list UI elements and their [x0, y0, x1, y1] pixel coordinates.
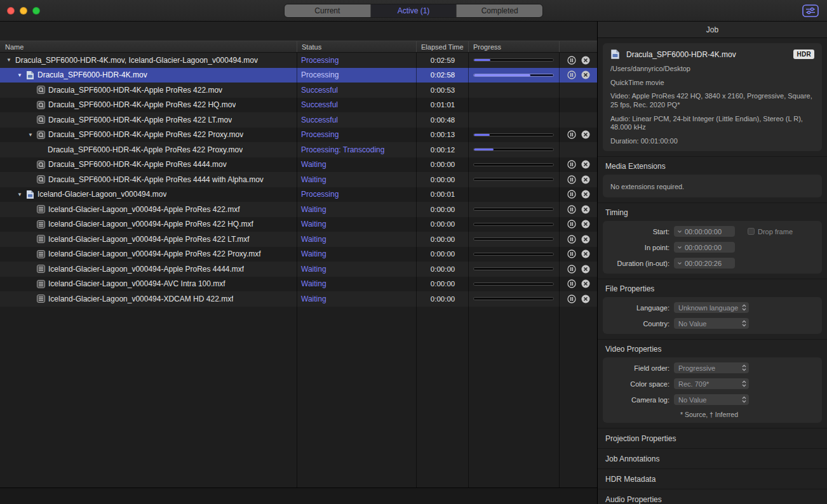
progress-bar: [473, 208, 554, 211]
table-row[interactable]: ▼Dracula_SPF6000-HDR-4K.movProcessing0:0…: [0, 68, 597, 83]
progress-bar: [473, 253, 554, 256]
tab-current[interactable]: Current: [285, 4, 371, 17]
table-row[interactable]: Dracula_SPF6000-HDR-4K-Apple ProRes 422 …: [0, 112, 597, 128]
pause-button[interactable]: [567, 205, 576, 214]
video-properties-header[interactable]: Video Properties: [598, 340, 827, 357]
pause-button[interactable]: [567, 265, 576, 274]
table-row[interactable]: Iceland-Glacier-Lagoon_v000494-Apple Pro…: [0, 202, 597, 217]
cancel-button[interactable]: [581, 249, 590, 258]
disclosure-triangle[interactable]: ▼: [27, 132, 37, 138]
column-header-progress[interactable]: Progress: [469, 41, 560, 52]
table-row[interactable]: Dracula_SPF6000-HDR-4K-Apple ProRes 422 …: [0, 98, 597, 113]
pause-button[interactable]: [567, 160, 576, 169]
status-label: Successful: [297, 98, 417, 113]
media-extensions-box: No extensions required.: [603, 175, 822, 197]
country-dropdown[interactable]: No Value: [674, 318, 749, 329]
camera-log-dropdown[interactable]: No Value: [674, 394, 749, 405]
table-row[interactable]: Dracula_SPF6000-HDR-4K-Apple ProRes 422 …: [0, 142, 597, 157]
cancel-button[interactable]: [581, 130, 590, 139]
pause-button[interactable]: [567, 235, 576, 244]
quicktime-output-icon: [37, 116, 48, 124]
cancel-button[interactable]: [581, 190, 590, 199]
table-row[interactable]: Dracula_SPF6000-HDR-4K-Apple ProRes 4444…: [0, 157, 597, 173]
progress-bar: [473, 267, 554, 270]
table-row[interactable]: Iceland-Glacier-Lagoon_v000494-Apple Pro…: [0, 217, 597, 232]
section-audio-properties[interactable]: Audio Properties: [598, 489, 827, 504]
zoom-button[interactable]: [32, 7, 40, 15]
pause-button[interactable]: [567, 295, 576, 303]
column-header-elapsed-time[interactable]: Elapsed Time: [417, 41, 469, 52]
mxf-output-icon: [37, 235, 48, 243]
file-name: Iceland-Glacier-Lagoon_v000494.mov: [37, 190, 166, 199]
drop-frame-checkbox[interactable]: [748, 228, 755, 235]
cancel-button[interactable]: [581, 160, 590, 169]
in-point-label: In point:: [603, 244, 674, 251]
cancel-button[interactable]: [581, 220, 590, 229]
pause-button[interactable]: [567, 220, 576, 229]
table-row[interactable]: Iceland-Glacier-Lagoon_v000494-Apple Pro…: [0, 262, 597, 277]
cancel-button[interactable]: [581, 265, 590, 274]
cancel-button[interactable]: [581, 235, 590, 244]
timing-header[interactable]: Timing: [598, 203, 827, 221]
table-row[interactable]: ▼Iceland-Glacier-Lagoon_v000494.movProce…: [0, 187, 597, 202]
table-row[interactable]: Iceland-Glacier-Lagoon_v000494-XDCAM HD …: [0, 291, 597, 307]
cancel-button[interactable]: [581, 205, 590, 214]
section-hdr-metadata[interactable]: HDR Metadata: [598, 468, 827, 489]
table-row[interactable]: ▼Dracula_SPF6000-HDR-4K-Apple ProRes 422…: [0, 128, 597, 143]
minimize-button[interactable]: [20, 7, 27, 15]
column-header-status[interactable]: Status: [297, 41, 417, 52]
table-row[interactable]: Iceland-Glacier-Lagoon_v000494-Apple Pro…: [0, 232, 597, 247]
country-value: No Value: [678, 320, 741, 328]
disclosure-triangle[interactable]: ▼: [16, 72, 26, 78]
pause-button[interactable]: [567, 70, 576, 79]
column-header-name[interactable]: Name: [0, 41, 297, 52]
media-extensions-header[interactable]: Media Extensions: [598, 157, 827, 175]
color-space-dropdown[interactable]: Rec. 709*: [674, 378, 749, 389]
inspector-title: Job: [598, 22, 827, 38]
camera-log-label: Camera log:: [603, 396, 674, 404]
table-row[interactable]: Dracula_SPF6000-HDR-4K-Apple ProRes 4444…: [0, 172, 597, 187]
mxf-output-icon: [37, 265, 48, 273]
file-name: Iceland-Glacier-Lagoon_v000494-Apple Pro…: [48, 265, 244, 274]
pause-button[interactable]: [567, 56, 576, 65]
progress-bar: [473, 178, 554, 181]
cancel-button[interactable]: [581, 295, 590, 303]
file-name: Iceland-Glacier-Lagoon_v000494-Apple Pro…: [48, 220, 253, 229]
elapsed-time: 0:00:00: [417, 262, 469, 277]
disclosure-triangle[interactable]: ▼: [16, 192, 26, 197]
cancel-button[interactable]: [581, 279, 590, 288]
elapsed-time: 0:00:53: [417, 83, 469, 98]
language-dropdown[interactable]: Unknown language: [674, 302, 749, 313]
elapsed-time: 0:00:00: [417, 277, 469, 292]
pause-button[interactable]: [567, 249, 576, 258]
section-projection-properties[interactable]: Projection Properties: [598, 428, 827, 448]
pause-button[interactable]: [567, 190, 576, 199]
progress-bar: [473, 282, 554, 286]
file-name: Iceland-Glacier-Lagoon_v000494-XDCAM HD …: [48, 295, 233, 303]
tab-active[interactable]: Active (1): [371, 4, 457, 17]
stepper-icon: [677, 230, 682, 234]
file-name: Dracula_SPF6000-HDR-4K-Apple ProRes 4444…: [48, 175, 264, 184]
pause-button[interactable]: [567, 130, 576, 139]
cancel-button[interactable]: [581, 56, 590, 65]
table-row[interactable]: Dracula_SPF6000-HDR-4K-Apple ProRes 422.…: [0, 83, 597, 98]
duration-timecode-field[interactable]: 00:00:20:26: [674, 258, 735, 269]
pause-button[interactable]: [567, 279, 576, 288]
in-point-timecode-field[interactable]: 00:00:00:00: [674, 242, 735, 253]
file-name: Dracula_SPF6000-HDR-4K-Apple ProRes 422 …: [48, 116, 232, 124]
disclosure-triangle[interactable]: ▼: [5, 57, 15, 63]
close-button[interactable]: [7, 7, 15, 15]
table-row[interactable]: ▼Dracula_SPF6000-HDR-4K.mov, Iceland-Gla…: [0, 53, 597, 68]
tab-completed[interactable]: Completed: [457, 4, 542, 17]
cancel-button[interactable]: [581, 175, 590, 184]
table-row[interactable]: Iceland-Glacier-Lagoon_v000494-AVC Intra…: [0, 277, 597, 292]
file-info-box: Dracula_SPF6000-HDR-4K.mov HDR /Users/da…: [603, 43, 822, 151]
table-row[interactable]: Iceland-Glacier-Lagoon_v000494-Apple Pro…: [0, 247, 597, 262]
inspector-toggle-button[interactable]: [802, 4, 819, 17]
cancel-button[interactable]: [581, 70, 590, 79]
pause-button[interactable]: [567, 175, 576, 184]
start-timecode-field[interactable]: 00:00:00:00: [674, 226, 735, 237]
file-properties-header[interactable]: File Properties: [598, 279, 827, 297]
field-order-dropdown[interactable]: Progressive: [674, 362, 749, 373]
section-job-annotations[interactable]: Job Annotations: [598, 448, 827, 468]
